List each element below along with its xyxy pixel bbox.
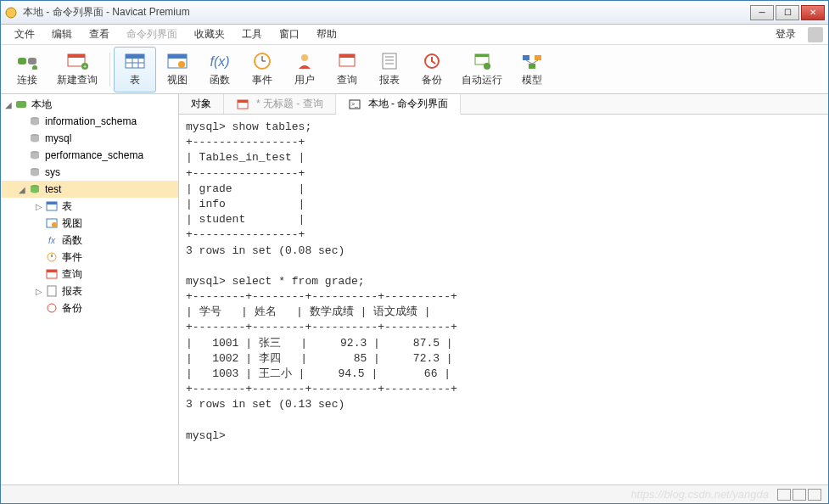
function-icon: f(x) [208, 51, 232, 71]
table-button[interactable]: 表 [114, 47, 156, 92]
menu-help[interactable]: 帮助 [308, 25, 345, 43]
svg-point-0 [6, 8, 16, 18]
tree-db-info-schema[interactable]: information_schema [1, 113, 178, 130]
table-icon [45, 199, 59, 213]
tree-functions[interactable]: fx函数 [1, 232, 178, 249]
menu-file[interactable]: 文件 [6, 25, 43, 43]
event-button[interactable]: 事件 [241, 47, 283, 92]
tree-views[interactable]: 视图 [1, 215, 178, 232]
toolbar: 连接 + 新建查询 表 视图 f(x) 函数 事件 用户 查询 [1, 45, 828, 94]
backup-icon [420, 51, 444, 71]
menu-cmdline[interactable]: 命令列界面 [118, 25, 186, 43]
tree-label: 事件 [62, 250, 82, 265]
tree-events[interactable]: 事件 [1, 249, 178, 266]
svg-rect-50 [47, 270, 57, 272]
user-button[interactable]: 用户 [283, 47, 326, 92]
svg-rect-54 [238, 100, 248, 103]
tree-queries[interactable]: 查询 [1, 266, 178, 283]
svg-rect-33 [529, 64, 535, 69]
svg-point-20 [301, 54, 308, 61]
svg-line-35 [532, 60, 538, 64]
backup-button[interactable]: 备份 [411, 47, 453, 92]
console-output[interactable]: mysql> show tables; +----------------+ |… [179, 115, 828, 484]
function-icon: fx [45, 233, 59, 247]
new-query-button[interactable]: + 新建查询 [48, 47, 106, 92]
tab-label: * 无标题 - 查询 [256, 97, 323, 111]
clock-icon [250, 51, 274, 71]
view-label: 视图 [167, 73, 188, 87]
model-icon [520, 51, 544, 71]
function-button[interactable]: f(x) 函数 [199, 47, 241, 92]
svg-rect-14 [168, 54, 187, 59]
table-icon [123, 51, 147, 71]
window-title: 本地 - 命令列界面 - Navicat Premium [23, 5, 750, 20]
svg-line-34 [526, 60, 532, 64]
view-icon [45, 216, 59, 230]
menu-window[interactable]: 窗口 [271, 25, 308, 43]
menu-tools[interactable]: 工具 [233, 25, 271, 43]
svg-rect-36 [16, 101, 26, 108]
query-icon [236, 98, 249, 111]
terminal-icon: >_ [348, 98, 361, 111]
tree-backup[interactable]: 备份 [1, 300, 178, 316]
tree-label: 报表 [62, 284, 82, 299]
svg-text:>_: >_ [351, 101, 358, 108]
tree-db-test[interactable]: ◢test [1, 181, 178, 198]
tab-label: 对象 [191, 97, 211, 111]
svg-point-45 [52, 222, 57, 227]
menu-edit[interactable]: 编辑 [43, 25, 81, 43]
list-view-icon[interactable] [808, 489, 821, 501]
tree-label: 视图 [62, 216, 82, 231]
svg-rect-5 [68, 54, 85, 58]
tab-label: 本地 - 命令列界面 [368, 97, 449, 111]
menubar: 文件 编辑 查看 命令列界面 收藏夹 工具 窗口 帮助 登录 [1, 25, 828, 45]
function-label: 函数 [210, 73, 230, 87]
menu-favorites[interactable]: 收藏夹 [186, 25, 233, 43]
login-link[interactable]: 登录 [767, 25, 804, 43]
model-button[interactable]: 模型 [511, 47, 553, 92]
connection-icon [14, 98, 28, 111]
tree-db-perf-schema[interactable]: performance_schema [1, 147, 178, 164]
db-label: performance_schema [45, 149, 143, 161]
tree-tables[interactable]: ▷表 [1, 198, 178, 215]
user-icon [293, 51, 316, 71]
statusbar: https://blog.csdn.net/yangda [1, 484, 828, 503]
grid-view-icon[interactable] [777, 489, 791, 501]
autorun-button[interactable]: 自动运行 [453, 47, 511, 92]
report-button[interactable]: 报表 [368, 47, 411, 92]
tree-root-label: 本地 [31, 98, 52, 112]
svg-text:+: + [83, 64, 87, 70]
database-icon [28, 132, 42, 145]
report-icon [378, 51, 401, 71]
tab-objects[interactable]: 对象 [179, 94, 224, 114]
close-button[interactable]: ✕ [801, 5, 825, 20]
tree-label: 函数 [62, 233, 82, 248]
tree-root[interactable]: ◢本地 [1, 96, 178, 113]
svg-point-52 [48, 304, 56, 312]
user-label: 用户 [294, 73, 315, 87]
watermark: https://blog.csdn.net/yangda [630, 488, 769, 501]
tree-db-sys[interactable]: sys [1, 164, 178, 181]
backup-icon [45, 301, 59, 315]
tree-db-mysql[interactable]: mysql [1, 130, 178, 147]
menu-view[interactable]: 查看 [81, 25, 118, 43]
model-label: 模型 [522, 73, 542, 87]
tab-untitled-query[interactable]: * 无标题 - 查询 [224, 94, 336, 114]
tab-cmdline[interactable]: >_本地 - 命令列界面 [336, 94, 462, 115]
view-button[interactable]: 视图 [156, 47, 199, 92]
new-query-label: 新建查询 [57, 73, 98, 87]
detail-view-icon[interactable] [793, 489, 806, 501]
svg-rect-32 [535, 55, 541, 60]
db-label: information_schema [45, 115, 137, 127]
svg-text:fx: fx [48, 236, 56, 245]
maximize-button[interactable]: ☐ [776, 5, 799, 20]
connect-button[interactable]: 连接 [6, 47, 48, 92]
minimize-button[interactable]: ─ [750, 5, 774, 20]
db-label: test [45, 183, 61, 195]
tree-reports[interactable]: ▷报表 [1, 283, 178, 300]
avatar[interactable] [808, 27, 823, 42]
database-icon [28, 165, 42, 179]
query-button[interactable]: 查询 [326, 47, 368, 92]
db-label: mysql [45, 132, 71, 144]
svg-text:f(x): f(x) [210, 54, 229, 69]
